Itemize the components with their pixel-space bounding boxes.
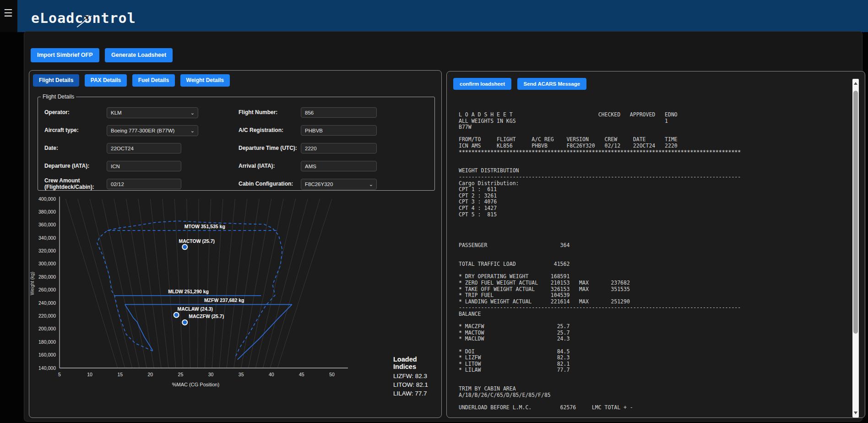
flight-number-input[interactable] (301, 107, 377, 118)
arrival-input[interactable] (301, 161, 377, 171)
svg-text:45: 45 (299, 372, 304, 377)
aircraft-type-label: Aircraft type: (44, 127, 107, 134)
aircraft-type-select[interactable]: Boeing 777-300ER (B77W) ⌄ (107, 125, 198, 136)
field-crew-amount: Crew Amount (Flightdeck/Cabin): (44, 175, 223, 193)
main-card: Import Simbrief OFP Generate Loadsheet F… (24, 31, 863, 422)
chevron-down-icon: ⌄ (369, 179, 373, 189)
svg-text:220,000: 220,000 (38, 313, 56, 319)
tab-pax-details[interactable]: PAX Details (85, 74, 127, 87)
crew-amount-label: Crew Amount (Flightdeck/Cabin): (44, 178, 107, 191)
svg-text:200,000: 200,000 (38, 326, 56, 331)
form-column-right: Flight Number: A/C Registration: Departu… (239, 104, 422, 193)
field-date: Date: (44, 139, 223, 157)
svg-text:320,000: 320,000 (38, 248, 56, 253)
field-arrival: Arrival (IATA): (239, 157, 422, 175)
field-departure-time: Departure Time (UTC): (239, 139, 422, 157)
scroll-up-icon[interactable] (854, 82, 857, 85)
date-input[interactable] (107, 143, 181, 154)
scroll-down-icon[interactable] (854, 412, 857, 414)
departure-label: Departure (IATA): (44, 163, 107, 170)
operator-value: KLM (111, 110, 122, 115)
departure-time-input[interactable] (301, 143, 377, 154)
svg-text:MLDW 251,290 kg: MLDW 251,290 kg (168, 289, 209, 294)
svg-text:20: 20 (147, 372, 153, 377)
svg-text:50: 50 (329, 372, 335, 377)
svg-text:5: 5 (58, 372, 61, 377)
cg-envelope-svg: 140,000160,000180,000200,000220,000240,0… (29, 191, 373, 395)
aircraft-type-value: Boeing 777-300ER (B77W) (111, 128, 174, 133)
svg-text:%MAC (CG Position): %MAC (CG Position) (172, 382, 219, 387)
app-logo: eLoadcontrol ✈ (31, 10, 136, 26)
departure-time-label: Departure Time (UTC): (239, 145, 301, 152)
svg-text:180,000: 180,000 (38, 339, 56, 345)
svg-text:380,000: 380,000 (38, 209, 56, 214)
operator-select[interactable]: KLM ⌄ (107, 107, 198, 118)
field-ac-registration: A/C Registration: (239, 121, 422, 139)
svg-text:MACLAW (24.3): MACLAW (24.3) (177, 306, 213, 312)
loaded-indices-block: Loaded Indices LIZFW: 82.3 LITOW: 82.1 L… (393, 356, 441, 398)
chevron-down-icon: ⌄ (190, 126, 195, 136)
loadsheet-scrollbar[interactable] (852, 79, 859, 418)
hamburger-menu-icon[interactable]: ☰ (4, 7, 13, 19)
svg-text:10: 10 (87, 372, 92, 377)
field-cabin-configuration: Cabin Configuration: F8C26Y320 ⌄ (239, 175, 422, 193)
generate-loadsheet-button[interactable]: Generate Loadsheet (105, 48, 173, 62)
tab-flight-details[interactable]: Flight Details (33, 74, 79, 87)
flight-number-label: Flight Number: (239, 110, 301, 116)
ac-registration-input[interactable] (301, 125, 377, 136)
loadsheet-toolbar: confirm loadsheet Send ACARS Message (453, 78, 590, 90)
ac-registration-label: A/C Registration: (239, 127, 301, 134)
fieldset-legend: Flight Details (41, 93, 76, 100)
svg-text:400,000: 400,000 (38, 196, 56, 202)
svg-text:MACTOW (25.7): MACTOW (25.7) (179, 238, 215, 244)
litow-value: LITOW: 82.1 (393, 380, 441, 389)
chevron-down-icon: ⌄ (190, 108, 195, 118)
svg-text:MTOW 351,535 kg: MTOW 351,535 kg (184, 224, 225, 229)
svg-text:MACZFW (25.7): MACZFW (25.7) (189, 313, 224, 319)
svg-text:30: 30 (208, 372, 214, 377)
loadsheet-panel: confirm loadsheet Send ACARS Message L O… (446, 71, 865, 418)
svg-text:160,000: 160,000 (38, 352, 56, 357)
lilaw-value: LILAW: 77.7 (393, 389, 441, 398)
import-simbrief-button[interactable]: Import Simbrief OFP (31, 48, 99, 62)
app-header: ☰ eLoadcontrol ✈ (0, 0, 868, 32)
operator-label: Operator: (44, 110, 107, 116)
svg-text:300,000: 300,000 (38, 261, 56, 266)
lizfw-value: LIZFW: 82.3 (393, 372, 441, 380)
loadsheet-text: L O A D S H E E T CHECKED APPROVED EDNO … (459, 112, 848, 411)
confirm-loadsheet-button[interactable]: confirm loadsheet (453, 78, 511, 90)
detail-tabs: Flight Details PAX Details Fuel Details … (33, 74, 233, 87)
tab-fuel-details[interactable]: Fuel Details (132, 74, 175, 87)
date-label: Date: (44, 145, 107, 152)
field-flight-number: Flight Number: (239, 104, 422, 121)
cabin-configuration-select[interactable]: F8C26Y320 ⌄ (301, 179, 377, 190)
svg-text:MZFW 237,682 kg: MZFW 237,682 kg (204, 297, 244, 303)
cg-envelope-chart: 140,000160,000180,000200,000220,000240,0… (29, 191, 373, 395)
form-column-left: Operator: KLM ⌄ Aircraft type: Boeing 77… (44, 104, 223, 193)
send-acars-button[interactable]: Send ACARS Message (517, 78, 587, 90)
svg-text:25: 25 (178, 372, 184, 377)
svg-text:240,000: 240,000 (38, 300, 56, 306)
svg-text:40: 40 (269, 372, 274, 377)
arrival-label: Arrival (IATA): (239, 163, 301, 170)
svg-text:15: 15 (117, 372, 123, 377)
svg-text:280,000: 280,000 (38, 274, 56, 280)
field-departure: Departure (IATA): (44, 157, 223, 175)
svg-text:140,000: 140,000 (38, 365, 56, 371)
cabin-configuration-value: F8C26Y320 (305, 181, 333, 187)
svg-text:260,000: 260,000 (38, 287, 56, 292)
departure-input[interactable] (107, 161, 181, 171)
field-aircraft-type: Aircraft type: Boeing 777-300ER (B77W) ⌄ (44, 121, 223, 139)
tab-weight-details[interactable]: Weight Details (180, 74, 230, 87)
svg-text:340,000: 340,000 (38, 235, 56, 241)
loaded-indices-title: Loaded Indices (393, 356, 441, 370)
svg-text:360,000: 360,000 (38, 222, 56, 227)
crew-amount-input[interactable] (107, 179, 181, 189)
svg-text:35: 35 (239, 372, 244, 377)
scrollbar-thumb[interactable] (853, 91, 858, 334)
svg-text:Weight (kg): Weight (kg) (30, 272, 35, 295)
top-toolbar: Import Simbrief OFP Generate Loadsheet (31, 48, 176, 62)
field-operator: Operator: KLM ⌄ (44, 104, 223, 121)
cabin-configuration-label: Cabin Configuration: (239, 181, 301, 187)
flight-details-panel: Flight Details PAX Details Fuel Details … (29, 70, 442, 418)
